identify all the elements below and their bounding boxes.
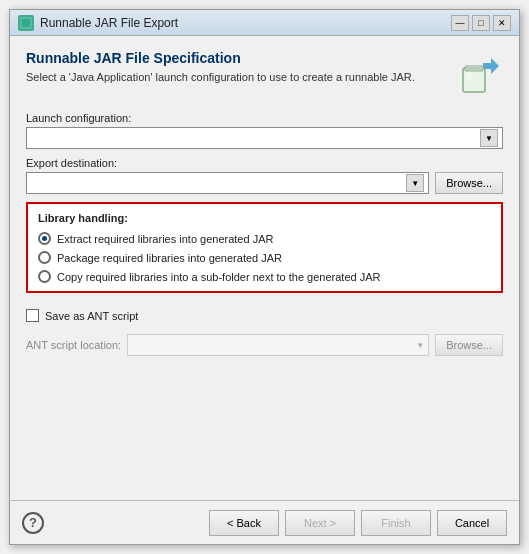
window-icon bbox=[18, 15, 34, 31]
launch-config-group: Launch configuration: ▼ bbox=[26, 112, 503, 149]
window-title: Runnable JAR File Export bbox=[40, 16, 451, 30]
cancel-button[interactable]: Cancel bbox=[437, 510, 507, 536]
ant-location-label: ANT script location: bbox=[26, 339, 121, 351]
title-bar: Runnable JAR File Export — □ ✕ bbox=[10, 10, 519, 36]
dialog-footer: ? < Back Next > Finish Cancel bbox=[10, 500, 519, 544]
radio-copy[interactable]: Copy required libraries into a sub-folde… bbox=[38, 270, 491, 283]
finish-button[interactable]: Finish bbox=[361, 510, 431, 536]
page-subtitle: Select a 'Java Application' launch confi… bbox=[26, 70, 445, 85]
header-text: Runnable JAR File Specification Select a… bbox=[26, 50, 445, 85]
radio-extract-button[interactable] bbox=[38, 232, 51, 245]
radio-copy-button[interactable] bbox=[38, 270, 51, 283]
radio-package[interactable]: Package required libraries into generate… bbox=[38, 251, 491, 264]
radio-copy-label: Copy required libraries into a sub-folde… bbox=[57, 271, 380, 283]
export-dest-combo[interactable]: ▼ bbox=[26, 172, 429, 194]
footer-buttons: < Back Next > Finish Cancel bbox=[209, 510, 507, 536]
dialog-content: Runnable JAR File Specification Select a… bbox=[10, 36, 519, 500]
export-dest-dropdown-arrow[interactable]: ▼ bbox=[406, 174, 424, 192]
save-ant-label: Save as ANT script bbox=[45, 310, 138, 322]
svg-rect-3 bbox=[463, 68, 485, 92]
svg-rect-1 bbox=[22, 19, 30, 27]
radio-package-button[interactable] bbox=[38, 251, 51, 264]
next-button[interactable]: Next > bbox=[285, 510, 355, 536]
ant-browse-button: Browse... bbox=[435, 334, 503, 356]
launch-config-dropdown-arrow[interactable]: ▼ bbox=[480, 129, 498, 147]
svg-point-6 bbox=[466, 71, 472, 81]
export-dest-row: ▼ Browse... bbox=[26, 172, 503, 194]
radio-package-label: Package required libraries into generate… bbox=[57, 252, 282, 264]
back-button[interactable]: < Back bbox=[209, 510, 279, 536]
jar-icon bbox=[455, 50, 503, 98]
radio-extract-label: Extract required libraries into generate… bbox=[57, 233, 273, 245]
main-window: Runnable JAR File Export — □ ✕ Runnable … bbox=[9, 9, 520, 545]
export-dest-label: Export destination: bbox=[26, 157, 503, 169]
library-handling-label: Library handling: bbox=[38, 212, 491, 224]
launch-config-combo[interactable]: ▼ bbox=[26, 127, 503, 149]
ant-location-row: ANT script location: ▼ Browse... bbox=[26, 334, 503, 356]
form-section: Launch configuration: ▼ Export destinati… bbox=[26, 112, 503, 356]
library-handling-box: Library handling: Extract required libra… bbox=[26, 202, 503, 293]
launch-config-label: Launch configuration: bbox=[26, 112, 503, 124]
page-title: Runnable JAR File Specification bbox=[26, 50, 445, 66]
window-controls: — □ ✕ bbox=[451, 15, 511, 31]
launch-config-row: ▼ bbox=[26, 127, 503, 149]
radio-extract[interactable]: Extract required libraries into generate… bbox=[38, 232, 491, 245]
save-ant-row: Save as ANT script bbox=[26, 309, 503, 322]
export-browse-button[interactable]: Browse... bbox=[435, 172, 503, 194]
close-button[interactable]: ✕ bbox=[493, 15, 511, 31]
svg-point-5 bbox=[465, 65, 483, 71]
save-ant-checkbox[interactable] bbox=[26, 309, 39, 322]
ant-combo-arrow: ▼ bbox=[416, 341, 424, 350]
page-header: Runnable JAR File Specification Select a… bbox=[26, 50, 503, 98]
help-button[interactable]: ? bbox=[22, 512, 44, 534]
maximize-button[interactable]: □ bbox=[472, 15, 490, 31]
minimize-button[interactable]: — bbox=[451, 15, 469, 31]
export-dest-group: Export destination: ▼ Browse... bbox=[26, 157, 503, 194]
ant-location-combo: ▼ bbox=[127, 334, 429, 356]
